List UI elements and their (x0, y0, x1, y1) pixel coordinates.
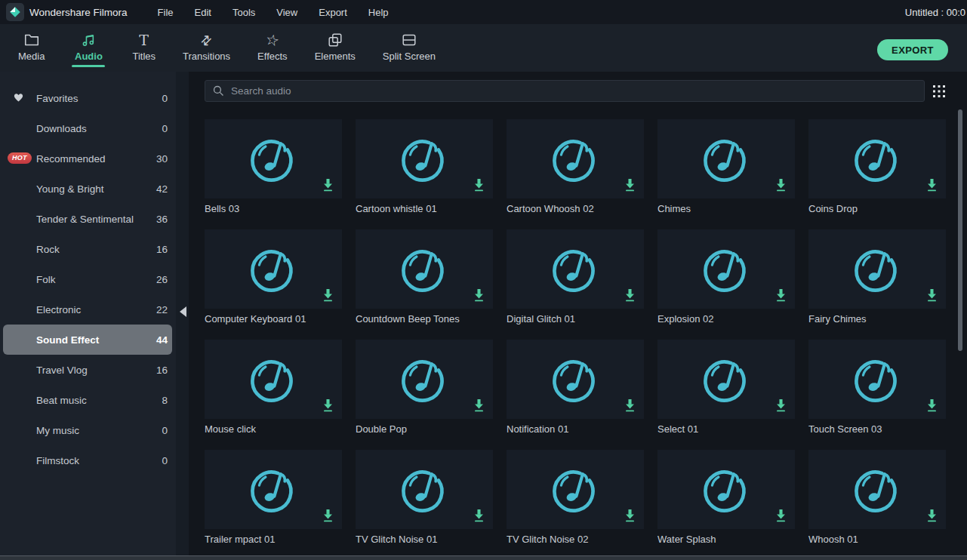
menu-export[interactable]: Export (319, 7, 347, 18)
download-icon[interactable] (473, 288, 485, 303)
sidebar-item[interactable]: Sound Effect 44 (3, 325, 172, 355)
audio-thumbnail[interactable] (356, 119, 493, 198)
tab-elements[interactable]: Elements (315, 24, 356, 67)
sidebar-item[interactable]: Travel Vlog 16 (3, 355, 172, 385)
download-icon[interactable] (925, 398, 938, 414)
audio-card[interactable]: Explosion 02 (657, 229, 795, 340)
audio-thumbnail[interactable] (808, 340, 946, 419)
audio-thumbnail[interactable] (205, 450, 342, 529)
sidebar-item[interactable]: My music 0 (3, 415, 172, 445)
audio-thumbnail[interactable] (205, 340, 342, 419)
download-icon[interactable] (775, 288, 787, 303)
audio-card[interactable]: TV Glitch Noise 02 (507, 450, 644, 560)
audio-card[interactable]: Digital Glitch 01 (507, 229, 644, 340)
audio-thumbnail[interactable] (205, 229, 342, 309)
audio-card[interactable]: Bells 03 (205, 119, 342, 229)
download-icon[interactable] (624, 177, 636, 193)
sidebar-item[interactable]: Favorites 0 (3, 83, 172, 113)
audio-thumbnail[interactable] (356, 340, 493, 419)
audio-thumbnail[interactable] (808, 450, 946, 529)
download-icon[interactable] (322, 398, 334, 414)
download-icon[interactable] (775, 508, 787, 524)
menu-tools[interactable]: Tools (233, 7, 255, 18)
sidebar-collapse-icon[interactable] (180, 306, 186, 317)
download-icon[interactable] (624, 508, 636, 524)
download-icon[interactable] (473, 177, 485, 193)
audio-thumbnail[interactable] (507, 340, 644, 419)
audio-thumbnail[interactable] (356, 229, 493, 309)
audio-card[interactable]: Notification 01 (507, 340, 644, 450)
audio-card-label: Digital Glitch 01 (507, 313, 644, 325)
sidebar-item[interactable]: Downloads 0 (3, 113, 172, 143)
audio-card[interactable]: Touch Screen 03 (808, 340, 946, 450)
panel-divider[interactable] (0, 555, 967, 560)
audio-thumbnail[interactable] (657, 340, 795, 419)
tab-effects[interactable]: ☆ Effects (257, 24, 288, 67)
audio-card[interactable]: Cartoon Whoosh 02 (507, 119, 644, 229)
tab-titles[interactable]: T Titles (132, 24, 156, 67)
download-icon[interactable] (322, 177, 334, 193)
menu-edit[interactable]: Edit (195, 7, 211, 18)
audio-card[interactable]: Select 01 (657, 340, 795, 450)
audio-thumbnail[interactable] (507, 450, 644, 529)
audio-card[interactable]: Fairy Chimes (808, 229, 946, 340)
download-icon[interactable] (624, 398, 636, 414)
tab-transitions[interactable]: ⇄ Transitions (183, 24, 230, 67)
sidebar-item[interactable]: Tender & Sentimental 36 (3, 204, 172, 234)
audio-thumbnail[interactable] (507, 119, 644, 198)
menu-file[interactable]: File (158, 7, 174, 18)
download-icon[interactable] (775, 398, 787, 414)
audio-card[interactable]: Chimes (657, 119, 795, 229)
sidebar-item[interactable]: Rock 16 (3, 234, 172, 264)
download-icon[interactable] (624, 288, 636, 303)
download-icon[interactable] (925, 508, 938, 524)
audio-thumbnail[interactable] (507, 229, 644, 309)
tab-audio[interactable]: Audio (72, 24, 105, 67)
folder-icon (23, 31, 40, 49)
sidebar-item[interactable]: Electronic 22 (3, 294, 172, 325)
menu-help[interactable]: Help (368, 7, 389, 18)
download-icon[interactable] (473, 398, 485, 414)
audio-card[interactable]: Cartoon whistle 01 (356, 119, 493, 229)
audio-thumbnail[interactable] (657, 229, 795, 309)
audio-thumbnail[interactable] (356, 450, 493, 529)
download-icon[interactable] (322, 288, 334, 303)
audio-card[interactable]: Computer Keyboard 01 (205, 229, 342, 340)
audio-card[interactable]: Coins Drop (808, 119, 946, 229)
audio-card[interactable]: Water Splash (657, 450, 795, 560)
download-icon[interactable] (925, 177, 938, 193)
audio-card[interactable]: Mouse click (205, 340, 342, 450)
sidebar-item[interactable]: Young & Bright 42 (3, 174, 172, 204)
sidebar-item[interactable]: HOT Recommended 30 (3, 143, 172, 174)
download-icon[interactable] (473, 508, 485, 524)
sound-effect-grid: Bells 03 (205, 119, 946, 560)
music-note-circle-icon (701, 244, 752, 295)
sidebar-item[interactable]: Beat music 8 (3, 385, 172, 415)
sidebar-item[interactable]: Folk 26 (3, 264, 172, 294)
audio-card[interactable]: Whoosh 01 (808, 450, 946, 560)
audio-card[interactable]: Double Pop (356, 340, 493, 450)
heart-icon (12, 92, 25, 103)
grid-view-icon[interactable] (932, 85, 946, 98)
sidebar-item[interactable]: Filmstock 0 (3, 445, 172, 475)
tab-media[interactable]: Media (18, 24, 45, 67)
audio-card[interactable]: TV Glitch Noise 01 (356, 450, 493, 560)
download-icon[interactable] (925, 288, 938, 303)
download-icon[interactable] (322, 508, 334, 524)
export-button[interactable]: EXPORT (877, 39, 948, 60)
menu-view[interactable]: View (276, 7, 297, 18)
audio-thumbnail[interactable] (808, 229, 946, 309)
audio-card[interactable]: Countdown Beep Tones (356, 229, 493, 340)
tab-split-screen[interactable]: Split Screen (383, 24, 436, 67)
vertical-scrollbar[interactable] (958, 109, 962, 351)
audio-thumbnail[interactable] (657, 119, 795, 198)
search-input[interactable] (231, 85, 924, 97)
audio-card[interactable]: Trailer mpact 01 (205, 450, 342, 560)
audio-thumbnail[interactable] (205, 119, 342, 198)
split-screen-icon (401, 31, 417, 49)
download-icon[interactable] (775, 177, 787, 193)
audio-thumbnail[interactable] (657, 450, 795, 529)
tab-effects-label: Effects (257, 51, 288, 62)
audio-thumbnail[interactable] (808, 119, 946, 198)
sidebar-item-count: 26 (156, 274, 168, 285)
